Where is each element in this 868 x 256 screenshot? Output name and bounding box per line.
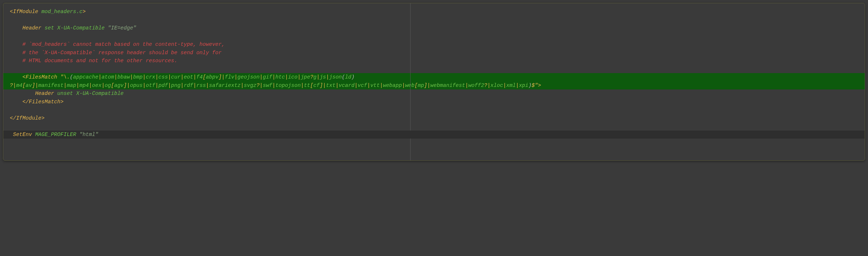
- regex-token: vcf: [358, 83, 367, 88]
- bracket-close: >: [60, 99, 64, 105]
- regex-token: ico: [288, 74, 298, 80]
- tag-name: FilesMatch: [26, 74, 57, 80]
- code-line[interactable]: # `mod_headers` cannot match based on th…: [3, 40, 865, 49]
- code-line-blank[interactable]: [3, 122, 865, 131]
- scrollbar-vertical[interactable]: [859, 4, 864, 160]
- pipe: |: [465, 83, 468, 88]
- indent: [10, 50, 23, 56]
- code-line[interactable]: Header set X-UA-Compatible "IE=edge": [3, 24, 865, 32]
- regex-token: geojson: [238, 74, 260, 80]
- code-line-highlighted[interactable]: <FilesMatch "\.(appcache|atom|bbaw|bmp|c…: [3, 73, 865, 81]
- regex-token: swf: [263, 83, 272, 88]
- pipe: |: [272, 83, 275, 88]
- directive: Header: [35, 91, 54, 96]
- regex-alternation: appcache|atom|bbaw|bmp|crx|css|cur|eot|f…: [73, 74, 342, 80]
- pipe: |: [298, 74, 301, 80]
- regex-token: xpi: [519, 83, 528, 88]
- sp: [41, 25, 45, 31]
- sp: [54, 25, 57, 31]
- indent: [10, 58, 23, 64]
- indent: [10, 74, 23, 80]
- regex-token: gif: [263, 74, 272, 80]
- indent: [10, 25, 23, 31]
- pipe: |: [285, 74, 288, 80]
- regex-token: png: [171, 83, 181, 88]
- code-line[interactable]: <IfModule mod_headers.c>: [3, 8, 865, 16]
- regex-token: htc: [275, 74, 285, 80]
- indent: [10, 41, 23, 47]
- pipe: |: [64, 83, 67, 88]
- regex-token: txt: [326, 83, 335, 88]
- regex-token: webmanifest: [431, 83, 465, 88]
- comment: # `mod_headers` cannot match based on th…: [23, 41, 225, 47]
- code-line-blank[interactable]: [3, 16, 865, 24]
- pipe: |: [181, 74, 184, 80]
- regex-token: cur: [171, 74, 181, 80]
- header-name: X-UA-Compatible: [57, 25, 105, 31]
- code-line[interactable]: Header unset X-UA-Compatible: [3, 89, 865, 98]
- code-line-highlighted[interactable]: ?|m4[av]|manifest|map|mp4|oex|og[agv]|op…: [3, 81, 865, 90]
- bracket-close: >: [538, 83, 541, 88]
- code-line[interactable]: # HTML documents and not for the other r…: [3, 57, 865, 65]
- pipe: |: [101, 83, 105, 88]
- env-var: MAGE_PROFILER: [35, 132, 76, 137]
- pipe: |: [143, 74, 146, 80]
- regex-token: bbaw: [117, 74, 130, 80]
- regex-token: opus: [130, 83, 143, 88]
- comment: # the `X-UA-Compatible` response header …: [23, 50, 222, 56]
- code-line-cursor[interactable]: SetEnv MAGE_PROFILER "html": [3, 131, 865, 139]
- indent: [10, 91, 35, 96]
- pipe: |: [272, 74, 275, 80]
- regex-token: bmp: [133, 74, 142, 80]
- string-value: "html": [79, 132, 98, 137]
- tag-name: IfModule: [16, 115, 41, 121]
- pipe: |: [181, 83, 184, 88]
- pipe: |: [234, 74, 238, 80]
- regex-qmark: ?: [10, 83, 13, 88]
- pipe: |: [168, 83, 171, 88]
- bracket-open: </: [23, 99, 29, 105]
- regex-token: map: [67, 83, 76, 88]
- space: [38, 9, 41, 15]
- bracket-open: <: [23, 74, 26, 80]
- sp: [57, 74, 61, 80]
- regex-token: ld: [345, 74, 351, 80]
- directive: Header: [23, 25, 41, 31]
- pipe: |: [155, 74, 158, 80]
- pipe: |: [516, 83, 519, 88]
- regex-token: vcard: [339, 83, 355, 88]
- regex-token: webapp: [383, 83, 402, 88]
- pipe: |: [260, 74, 263, 80]
- pipe: |: [143, 83, 146, 88]
- regex-token: json: [329, 74, 342, 80]
- code-line[interactable]: # the `X-UA-Compatible` response header …: [3, 49, 865, 57]
- regex-token: crx: [146, 74, 155, 80]
- pipe: |: [316, 74, 320, 80]
- regex-token: web[mp]: [405, 83, 427, 88]
- pipe: |: [241, 83, 244, 88]
- code-line[interactable]: </FilesMatch>: [3, 98, 865, 106]
- header-name: X-UA-Compatible: [76, 91, 124, 96]
- regex-token: atom: [101, 74, 114, 80]
- pipe: |: [380, 83, 383, 88]
- pipe: |: [335, 83, 339, 88]
- code-line[interactable]: </IfModule>: [3, 114, 865, 123]
- pipe: |: [427, 83, 431, 88]
- code-line-blank[interactable]: [3, 65, 865, 73]
- directive: SetEnv: [13, 132, 32, 137]
- tag-name: IfModule: [13, 9, 39, 15]
- regex-token: manifest: [38, 83, 64, 88]
- sp: [54, 91, 57, 96]
- regex-token: css: [158, 74, 168, 80]
- code-line-blank[interactable]: [3, 106, 865, 114]
- comment: # HTML documents and not for the other r…: [23, 58, 177, 64]
- regex-token: xml: [506, 83, 516, 88]
- code-editor[interactable]: <IfModule mod_headers.c> Header set X-UA…: [3, 3, 865, 161]
- code-line-blank[interactable]: [3, 32, 865, 41]
- regex-token: js: [320, 74, 326, 80]
- regex-token: m4[av]: [16, 83, 35, 88]
- regex-alternation: m4[av]|manifest|map|mp4|oex|og[agv]|opus…: [16, 83, 528, 88]
- pipe: |: [487, 83, 490, 88]
- pipe: |: [222, 74, 225, 80]
- paren-open: (: [342, 74, 345, 80]
